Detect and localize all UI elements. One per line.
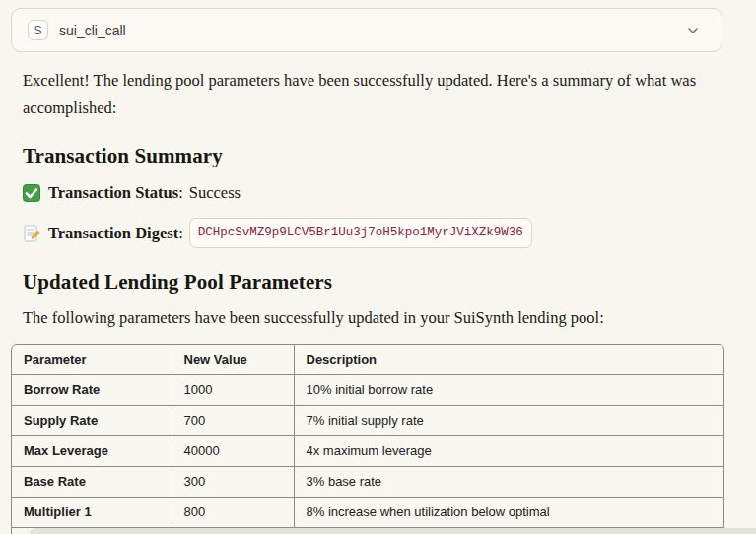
column-header-new-value: New Value (172, 345, 294, 375)
memo-emoji-icon (23, 225, 40, 242)
tool-call-header[interactable]: S sui_cli_call (11, 8, 722, 52)
transaction-status-line: Transaction Status: Success (23, 181, 730, 205)
check-mark-emoji-icon (23, 184, 40, 202)
param-description: 4x maximum leverage (294, 436, 723, 467)
status-value: Success (189, 181, 241, 205)
param-value: 800 (172, 498, 294, 528)
param-description: 7% initial supply rate (294, 406, 723, 436)
param-description: 8% increase when utilization below optim… (294, 498, 723, 528)
param-description: 3% base rate (294, 467, 723, 498)
section-title-updated-parameters: Updated Lending Pool Parameters (23, 270, 730, 295)
param-name: Max Leverage (12, 436, 172, 467)
table-intro-paragraph: The following parameters have been succe… (23, 306, 730, 330)
param-value: 40000 (172, 436, 294, 467)
column-header-description: Description (294, 345, 723, 375)
param-name: Base Rate (12, 467, 172, 498)
parameters-table-container: Parameter New Value Description Borrow R… (11, 344, 724, 534)
table-header-row: Parameter New Value Description (12, 345, 723, 375)
table-row: Borrow Rate 1000 10% initial borrow rate (12, 375, 723, 406)
transaction-digest-line: Transaction Digest: DCHpcSvMZ9p9LCV5Br1U… (23, 218, 730, 248)
tool-badge: S (28, 20, 48, 40)
status-label: Transaction Status (48, 181, 178, 205)
next-element-edge (30, 528, 756, 534)
digest-label: Transaction Digest (48, 222, 178, 245)
param-value: 1000 (172, 375, 294, 406)
colon: : (178, 181, 183, 205)
colon: : (178, 222, 183, 245)
chevron-down-icon[interactable] (686, 24, 700, 37)
parameters-table: Parameter New Value Description Borrow R… (12, 345, 723, 534)
param-value: 700 (172, 406, 294, 436)
section-title-transaction-summary: Transaction Summary (23, 144, 730, 168)
table-row: Max Leverage 40000 4x maximum leverage (12, 436, 723, 467)
column-header-parameter: Parameter (12, 345, 172, 375)
param-name: Supply Rate (12, 406, 172, 436)
param-value: 300 (172, 467, 294, 498)
table-row: Multiplier 1 800 8% increase when utiliz… (12, 498, 723, 528)
intro-paragraph: Excellent! The lending pool parameters h… (23, 67, 730, 122)
param-name: Borrow Rate (12, 375, 172, 406)
param-description: 10% initial borrow rate (294, 375, 723, 406)
assistant-message: S sui_cli_call Excellent! The lending po… (0, 0, 756, 534)
table-row: Base Rate 300 3% base rate (12, 467, 723, 498)
tool-name-label: sui_cli_call (59, 23, 126, 38)
transaction-digest-value: DCHpcSvMZ9p9LCV5Br1Uu3j7oH5kpo1MyrJViXZk… (189, 218, 532, 248)
param-name: Multiplier 1 (12, 498, 172, 528)
table-row: Supply Rate 700 7% initial supply rate (12, 406, 723, 436)
